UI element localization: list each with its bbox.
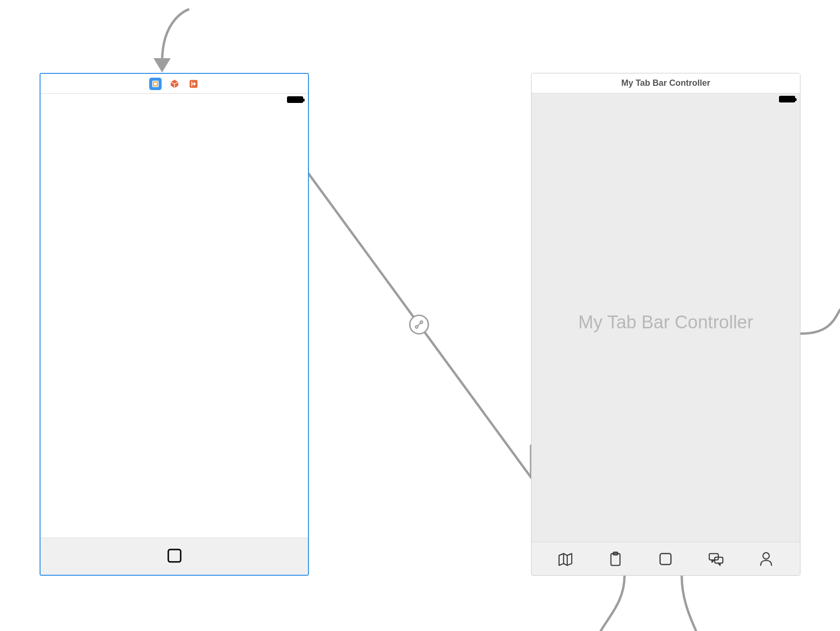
scene-header[interactable]	[41, 74, 308, 94]
first-responder-icon[interactable]	[168, 78, 181, 90]
tab-chat[interactable]	[706, 549, 727, 570]
scene-view-controller[interactable]	[40, 73, 309, 576]
status-bar	[41, 94, 308, 103]
square-icon	[165, 546, 184, 567]
scene-tab-bar-controller[interactable]: My Tab Bar Controller My Tab Bar Control…	[531, 73, 800, 576]
svg-rect-3	[168, 550, 181, 562]
status-bar	[532, 93, 800, 103]
svg-rect-1	[154, 82, 157, 85]
tab-map[interactable]	[555, 549, 576, 570]
battery-icon	[779, 96, 795, 102]
exit-icon[interactable]	[187, 78, 200, 90]
scene-body[interactable]	[41, 103, 308, 538]
tab-clipboard[interactable]	[605, 549, 626, 570]
svg-point-9	[763, 552, 769, 559]
tab-bar-placeholder[interactable]	[41, 538, 308, 575]
tab-profile[interactable]	[756, 549, 777, 570]
svg-rect-6	[660, 553, 671, 564]
battery-icon	[287, 96, 303, 103]
scene-body[interactable]: My Tab Bar Controller	[532, 103, 800, 542]
segue-badge[interactable]	[409, 315, 429, 335]
view-controller-icon[interactable]	[149, 78, 162, 90]
placeholder-label: My Tab Bar Controller	[578, 312, 753, 333]
scene-header[interactable]: My Tab Bar Controller	[532, 73, 800, 93]
scene-title: My Tab Bar Controller	[621, 78, 710, 88]
tab-bar[interactable]	[532, 542, 800, 575]
tab-square[interactable]	[655, 549, 676, 570]
